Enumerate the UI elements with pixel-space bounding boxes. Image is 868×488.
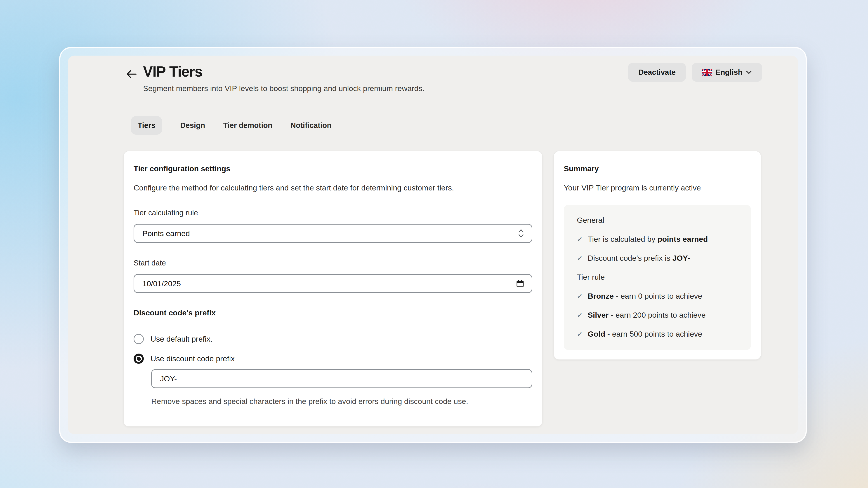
language-label: English [715, 68, 742, 76]
check-icon: ✓ [577, 292, 583, 300]
summary-card: Summary Your VIP Tier program is current… [553, 151, 761, 360]
uk-flag-icon [702, 69, 712, 76]
start-date-input[interactable] [133, 274, 532, 293]
discount-prefix-section-label: Discount code's prefix [133, 308, 532, 317]
chevron-down-icon [746, 70, 752, 74]
calendar-icon [516, 280, 524, 288]
check-icon: ✓ [577, 254, 583, 263]
tab-notification-label: Notification [290, 121, 331, 130]
tab-design-label: Design [180, 121, 205, 130]
page-title: VIP Tiers [143, 63, 203, 80]
radio-use-default-prefix[interactable]: Use default prefix. [133, 334, 532, 344]
tier-configuration-card: Tier configuration settings Configure th… [123, 151, 543, 427]
check-icon: ✓ [577, 311, 583, 320]
check-icon: ✓ [577, 235, 583, 243]
tab-tier-demotion-label: Tier demotion [223, 121, 272, 130]
main-panel: VIP Tiers Segment members into VIP level… [68, 56, 798, 434]
summary-item-text: Bronze - earn 0 points to achieve [588, 292, 702, 300]
summary-item-gold: ✓ Gold - earn 500 points to achieve [577, 330, 742, 338]
select-stepper-icon [518, 229, 524, 238]
config-card-heading: Tier configuration settings [133, 164, 532, 173]
summary-general-label: General [577, 216, 742, 225]
summary-item-bronze: ✓ Bronze - earn 0 points to achieve [577, 292, 742, 300]
back-arrow-icon [126, 68, 137, 80]
discount-prefix-input[interactable] [151, 369, 532, 388]
summary-item-prefix: ✓ Discount code's prefix is JOY- [577, 254, 742, 263]
radio-use-discount-code-prefix-label: Use discount code prefix [151, 354, 235, 363]
summary-tier-rule-label: Tier rule [577, 273, 742, 282]
page-subtitle: Segment members into VIP levels to boost… [143, 84, 425, 93]
summary-item-text: Silver - earn 200 points to achieve [588, 311, 706, 320]
deactivate-button-label: Deactivate [638, 68, 676, 76]
program-status-text: Your VIP Tier program is currently activ… [564, 184, 751, 192]
language-selector-button[interactable]: English [692, 63, 762, 82]
deactivate-button[interactable]: Deactivate [628, 63, 686, 82]
summary-item-text: Tier is calculated by points earned [588, 235, 708, 243]
summary-heading: Summary [564, 164, 751, 173]
tab-tiers-label: Tiers [138, 121, 155, 130]
radio-off-icon[interactable] [133, 334, 144, 344]
tier-rule-select[interactable]: Points earned [133, 224, 532, 243]
radio-use-default-prefix-label: Use default prefix. [151, 335, 213, 344]
check-icon: ✓ [577, 330, 583, 338]
summary-item-silver: ✓ Silver - earn 200 points to achieve [577, 311, 742, 320]
tab-bar: Tiers Design Tier demotion Notification [131, 116, 331, 135]
back-button[interactable] [125, 67, 138, 81]
summary-item-text: Discount code's prefix is JOY- [588, 254, 690, 263]
summary-item-calculation: ✓ Tier is calculated by points earned [577, 235, 742, 243]
config-card-description: Configure the method for calculating tie… [133, 184, 532, 192]
tab-notification[interactable]: Notification [290, 116, 331, 135]
tier-rule-selected-value: Points earned [143, 229, 190, 238]
tab-design[interactable]: Design [180, 116, 205, 135]
radio-on-icon[interactable] [133, 354, 144, 364]
tab-tier-demotion[interactable]: Tier demotion [223, 116, 272, 135]
prefix-helper-text: Remove spaces and special characters in … [151, 395, 508, 408]
tier-rule-label: Tier calculating rule [133, 208, 532, 217]
app-window: VIP Tiers Segment members into VIP level… [59, 47, 807, 443]
tab-tiers[interactable]: Tiers [131, 116, 162, 135]
start-date-label: Start date [133, 259, 532, 267]
summary-item-text: Gold - earn 500 points to achieve [588, 330, 702, 338]
summary-detail-box: General ✓ Tier is calculated by points e… [564, 205, 751, 350]
